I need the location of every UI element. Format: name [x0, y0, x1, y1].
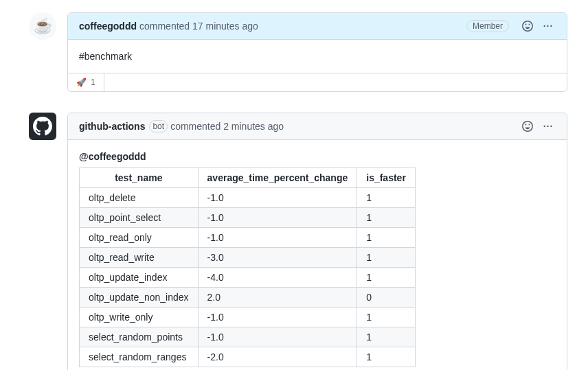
react-icon[interactable] [520, 119, 535, 134]
timeline-comment: github-actions bot commented 2 minutes a… [29, 113, 567, 370]
table-cell: oltp_delete [80, 188, 199, 208]
comment-text: #benchmark [79, 51, 132, 62]
table-row: oltp_update_non_index2.00 [80, 288, 416, 308]
benchmark-table: test_name average_time_percent_change is… [79, 167, 416, 367]
table-cell: -3.0 [198, 248, 357, 268]
table-row: oltp_update_index-4.01 [80, 268, 416, 288]
reactions-bar: 🚀 1 [68, 73, 567, 91]
table-cell: 0 [357, 288, 416, 308]
author-link[interactable]: github-actions [79, 121, 145, 132]
table-row: oltp_point_select-1.01 [80, 208, 416, 228]
github-icon [33, 117, 52, 136]
table-cell: -4.0 [198, 268, 357, 288]
rocket-icon: 🚀 [76, 78, 87, 87]
comment-body: @coffeegoddd test_name average_time_perc… [68, 140, 567, 370]
table-cell: oltp_point_select [80, 208, 199, 228]
comment-container: github-actions bot commented 2 minutes a… [67, 113, 567, 370]
table-cell: -1.0 [198, 308, 357, 327]
table-row: select_random_ranges-2.01 [80, 347, 416, 367]
table-cell: oltp_read_only [80, 228, 199, 248]
table-row: oltp_read_only-1.01 [80, 228, 416, 248]
table-cell: select_random_points [80, 327, 199, 347]
table-row: oltp_read_write-3.01 [80, 248, 416, 268]
table-row: select_random_points-1.01 [80, 327, 416, 347]
mention[interactable]: @coffeegoddd [79, 151, 556, 162]
avatar[interactable]: ☕️ [29, 12, 56, 40]
table-cell: -1.0 [198, 208, 357, 228]
table-cell: oltp_update_non_index [80, 288, 199, 308]
table-cell: 1 [357, 228, 416, 248]
reaction-button[interactable]: 🚀 1 [68, 73, 104, 91]
col-header: test_name [80, 168, 199, 188]
table-cell: -1.0 [198, 188, 357, 208]
table-cell: -1.0 [198, 228, 357, 248]
table-cell: oltp_write_only [80, 308, 199, 327]
table-row: oltp_write_only-1.01 [80, 308, 416, 327]
table-cell: 1 [357, 188, 416, 208]
comment-verb: commented [139, 21, 190, 32]
table-row: oltp_delete-1.01 [80, 188, 416, 208]
kebab-icon[interactable]: ··· [541, 119, 556, 134]
comment-header-actions: ··· [520, 119, 556, 134]
timeline-comment: ☕️ coffeegoddd commented 17 minutes ago … [29, 12, 567, 92]
comment-header-actions: Member ··· [466, 19, 556, 34]
table-cell: 2.0 [198, 288, 357, 308]
table-cell: 1 [357, 347, 416, 367]
table-cell: 1 [357, 208, 416, 228]
col-header: is_faster [357, 168, 416, 188]
bot-badge: bot [149, 120, 168, 132]
role-badge: Member [466, 20, 509, 32]
react-icon[interactable] [520, 19, 535, 34]
table-cell: -2.0 [198, 347, 357, 367]
avatar[interactable] [29, 113, 56, 140]
comment-timestamp[interactable]: 2 minutes ago [223, 121, 284, 132]
table-cell: 1 [357, 268, 416, 288]
col-header: average_time_percent_change [198, 168, 357, 188]
table-cell: 1 [357, 248, 416, 268]
reaction-count: 1 [91, 78, 95, 87]
table-cell: oltp_read_write [80, 248, 199, 268]
comment-body: #benchmark [68, 40, 567, 73]
comment-verb: commented [170, 121, 220, 132]
author-link[interactable]: coffeegoddd [79, 21, 137, 32]
table-header-row: test_name average_time_percent_change is… [80, 168, 416, 188]
comment-timestamp[interactable]: 17 minutes ago [192, 21, 258, 32]
comment-header: github-actions bot commented 2 minutes a… [68, 113, 567, 140]
table-cell: oltp_update_index [80, 268, 199, 288]
comment-container: coffeegoddd commented 17 minutes ago Mem… [67, 12, 567, 92]
table-cell: 1 [357, 308, 416, 327]
comment-header: coffeegoddd commented 17 minutes ago Mem… [68, 13, 567, 40]
table-cell: select_random_ranges [80, 347, 199, 367]
table-cell: -1.0 [198, 327, 357, 347]
kebab-icon[interactable]: ··· [541, 19, 556, 34]
table-cell: 1 [357, 327, 416, 347]
